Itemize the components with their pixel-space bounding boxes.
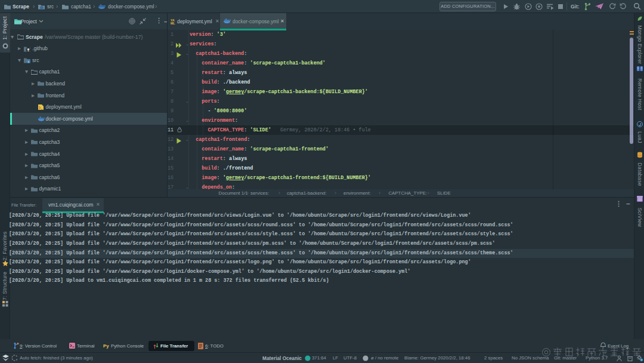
svg-text:ML: ML <box>171 21 175 25</box>
